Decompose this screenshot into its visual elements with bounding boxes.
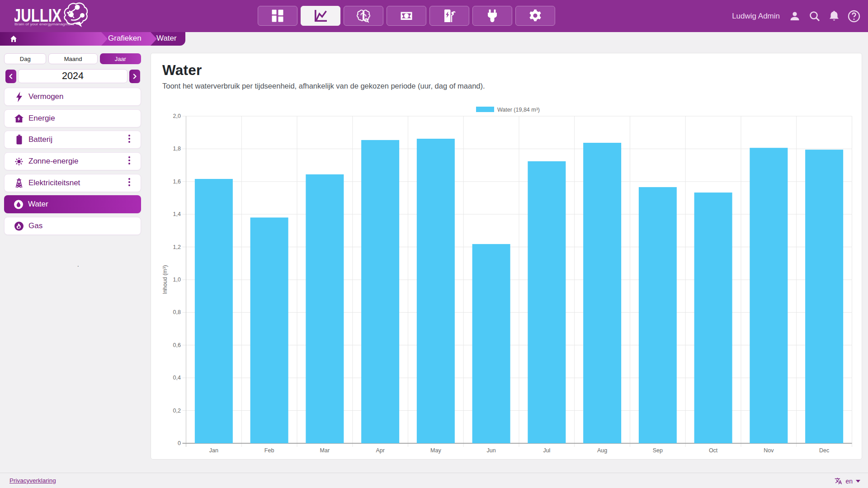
svg-text:Apr: Apr: [376, 447, 384, 454]
svg-text:May: May: [430, 447, 441, 454]
svg-text:Jan: Jan: [209, 447, 218, 454]
svg-text:0,4: 0,4: [173, 375, 181, 381]
svg-text:Water (19,84 m³): Water (19,84 m³): [497, 107, 540, 113]
svg-text:Dec: Dec: [819, 447, 829, 454]
svg-text:Mar: Mar: [320, 447, 330, 454]
svg-text:0,6: 0,6: [173, 342, 181, 348]
svg-text:Aug: Aug: [597, 447, 607, 454]
svg-text:Feb: Feb: [264, 447, 274, 454]
svg-text:1,2: 1,2: [173, 244, 181, 250]
svg-text:0: 0: [178, 440, 181, 446]
svg-text:2,0: 2,0: [173, 113, 181, 119]
svg-text:Nov: Nov: [764, 447, 774, 454]
svg-text:1,0: 1,0: [173, 277, 181, 283]
svg-text:Jul: Jul: [543, 447, 550, 454]
svg-text:1,6: 1,6: [173, 178, 181, 185]
svg-text:0,2: 0,2: [173, 408, 181, 414]
svg-text:1,4: 1,4: [173, 211, 181, 217]
svg-text:Inhoud (m³): Inhoud (m³): [162, 265, 168, 295]
svg-text:1,8: 1,8: [173, 145, 181, 152]
svg-text:Jun: Jun: [487, 447, 496, 454]
svg-text:0,8: 0,8: [173, 309, 181, 315]
svg-text:Oct: Oct: [709, 447, 718, 454]
svg-text:Sep: Sep: [653, 447, 663, 454]
